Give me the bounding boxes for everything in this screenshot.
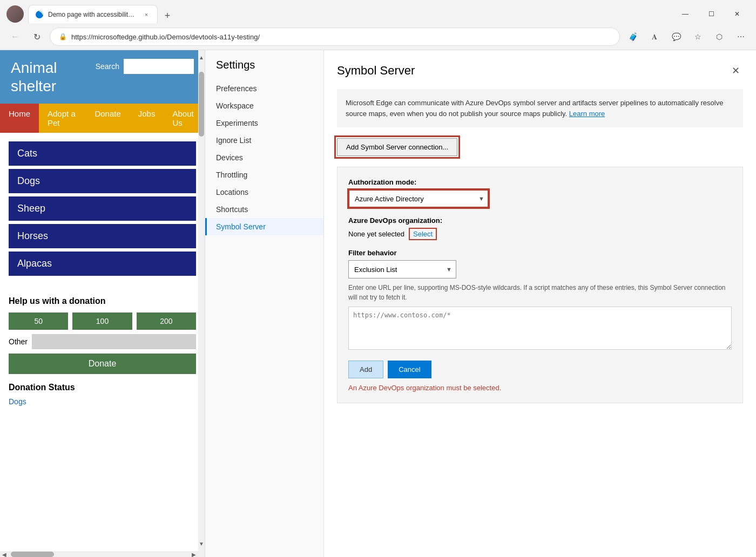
devops-select-link[interactable]: Select	[409, 228, 437, 240]
filter-select[interactable]: Exclusion List Inclusion List	[348, 260, 456, 278]
form-actions: Add Cancel	[348, 361, 732, 378]
h-scroll-right-arrow[interactable]: ▶	[192, 552, 196, 558]
pane-header: Symbol Server ✕	[337, 63, 743, 78]
read-aloud-icon[interactable]: 𝐀	[646, 28, 663, 45]
vertical-scrollbar[interactable]: ▲ ▼	[198, 50, 205, 557]
nav-jobs[interactable]: Jobs	[130, 104, 164, 133]
animal-list: Cats Dogs Sheep Horses Alpacas	[0, 133, 205, 288]
animal-alpacas[interactable]: Alpacas	[9, 252, 196, 276]
settings-workspace[interactable]: Workspace	[205, 97, 323, 114]
active-tab[interactable]: Demo page with accessibility iss ×	[28, 5, 158, 23]
window-controls: — ☐ ✕	[673, 5, 750, 23]
horizontal-scrollbar[interactable]: ◀ ▶	[0, 551, 198, 557]
error-message: An Azure DevOps organization must be sel…	[348, 384, 732, 392]
nav-adopt[interactable]: Adopt a Pet	[39, 104, 86, 133]
auth-select-wrapper: Azure Active Directory Personal Access T…	[348, 189, 489, 208]
filter-label: Filter behavior	[348, 249, 732, 257]
maximize-btn[interactable]: ☐	[699, 5, 724, 23]
minimize-btn[interactable]: —	[673, 5, 698, 23]
settings-symbol-server[interactable]: Symbol Server	[205, 218, 323, 235]
donation-status-link[interactable]: Dogs	[9, 397, 26, 406]
settings-ignore-list[interactable]: Ignore List	[205, 132, 323, 149]
avatar	[6, 5, 24, 23]
auth-select[interactable]: Azure Active Directory Personal Access T…	[348, 189, 489, 208]
main-content: ▲ ▼ Animal shelter Search Home Adopt a P…	[0, 50, 756, 557]
amount-200-btn[interactable]: 200	[137, 313, 196, 330]
info-box: Microsoft Edge can communicate with Azur…	[337, 89, 743, 127]
favorites-icon[interactable]: ☆	[689, 28, 706, 45]
browser-chrome: Demo page with accessibility iss × + — ☐…	[0, 0, 756, 50]
lock-icon: 🔒	[59, 33, 67, 40]
settings-throttling[interactable]: Throttling	[205, 166, 323, 184]
address-bar: ← ↻ 🔒 https://microsoftedge.github.io/De…	[0, 24, 756, 50]
pane-close-btn[interactable]: ✕	[728, 63, 743, 78]
symbol-server-pane: Symbol Server ✕ Microsoft Edge can commu…	[324, 50, 756, 557]
nav-donate[interactable]: Donate	[86, 104, 129, 133]
settings-experiments[interactable]: Experiments	[205, 114, 323, 132]
search-input[interactable]	[124, 59, 194, 74]
refresh-icon: ↻	[33, 32, 40, 42]
auth-label: Authorization mode:	[348, 178, 732, 186]
nav-menu: Home Adopt a Pet Donate Jobs About Us	[0, 104, 205, 133]
other-amount-input[interactable]	[32, 334, 196, 349]
donation-status: Donation Status Dogs	[0, 383, 205, 415]
settings-pane: Settings Preferences Workspace Experimen…	[205, 50, 324, 557]
auth-mode-group: Authorization mode: Azure Active Directo…	[348, 178, 732, 208]
animal-cats[interactable]: Cats	[9, 141, 196, 166]
donation-section: Help us with a donation 50 100 200 Other…	[0, 288, 205, 383]
filter-desc: Enter one URL per line, supporting MS-DO…	[348, 283, 732, 302]
animal-horses[interactable]: Horses	[9, 224, 196, 248]
tabs-area: Demo page with accessibility iss × +	[28, 5, 673, 23]
website-pane: ▲ ▼ Animal shelter Search Home Adopt a P…	[0, 50, 205, 557]
animal-sheep[interactable]: Sheep	[9, 196, 196, 221]
window-close-btn[interactable]: ✕	[725, 5, 750, 23]
cancel-btn[interactable]: Cancel	[388, 361, 431, 378]
settings-shortcuts[interactable]: Shortcuts	[205, 201, 323, 218]
sidebar-icon[interactable]: 🧳	[624, 28, 642, 45]
donation-amounts: 50 100 200	[9, 313, 196, 330]
learn-more-link[interactable]: Learn more	[569, 110, 605, 118]
add-server-btn[interactable]: Add Symbol Server connection...	[337, 138, 457, 156]
url-textarea[interactable]	[348, 307, 732, 350]
pane-title: Symbol Server	[337, 64, 415, 78]
address-text: https://microsoftedge.github.io/Demos/de…	[71, 33, 611, 41]
animal-dogs[interactable]: Dogs	[9, 169, 196, 193]
back-btn[interactable]: ←	[6, 28, 24, 45]
donate-btn[interactable]: Donate	[9, 354, 196, 374]
refresh-btn[interactable]: ↻	[28, 28, 45, 45]
close-tab-btn[interactable]: ×	[142, 10, 151, 19]
h-scroll-left-arrow[interactable]: ◀	[2, 552, 6, 558]
settings-devices[interactable]: Devices	[205, 149, 323, 166]
website-title: Animal shelter	[11, 59, 57, 95]
settings-title: Settings	[205, 59, 323, 80]
h-scroll-thumb[interactable]	[11, 552, 54, 557]
scroll-down-arrow[interactable]: ▼	[199, 541, 204, 547]
tab-title: Demo page with accessibility iss	[48, 11, 138, 18]
settings-locations[interactable]: Locations	[205, 184, 323, 201]
add-btn[interactable]: Add	[348, 361, 383, 378]
more-btn[interactable]: ⋯	[732, 28, 750, 45]
devops-label: Azure DevOps organization:	[348, 216, 732, 225]
nav-home[interactable]: Home	[0, 104, 39, 133]
search-label: Search	[96, 62, 119, 71]
amount-100-btn[interactable]: 100	[72, 313, 132, 330]
other-row: Other	[9, 334, 196, 349]
info-text: Microsoft Edge can communicate with Azur…	[346, 99, 723, 118]
devops-value: None yet selected	[348, 230, 404, 238]
amount-50-btn[interactable]: 50	[9, 313, 68, 330]
form-section: Authorization mode: Azure Active Directo…	[337, 167, 743, 403]
scroll-thumb[interactable]	[199, 72, 204, 137]
donation-status-title: Donation Status	[9, 383, 196, 392]
new-tab-btn[interactable]: +	[160, 8, 175, 23]
donation-title: Help us with a donation	[9, 296, 196, 306]
devops-org-group: Azure DevOps organization: None yet sele…	[348, 216, 732, 240]
address-input[interactable]: 🔒 https://microsoftedge.github.io/Demos/…	[50, 28, 620, 46]
search-area: Search	[96, 59, 194, 74]
website-header: Animal shelter Search	[0, 50, 205, 104]
scroll-up-arrow[interactable]: ▲	[199, 55, 204, 60]
settings-preferences[interactable]: Preferences	[205, 80, 323, 97]
filter-select-wrapper: Exclusion List Inclusion List	[348, 260, 456, 278]
svg-point-0	[36, 11, 43, 18]
collections-icon[interactable]: ⬡	[711, 28, 728, 45]
screen-cast-icon[interactable]: 💬	[667, 28, 685, 45]
